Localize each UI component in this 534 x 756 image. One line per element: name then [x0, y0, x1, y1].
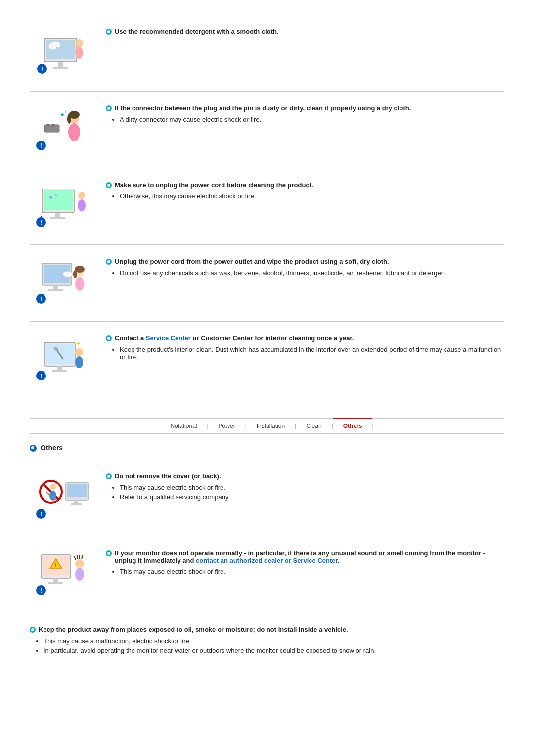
svg-point-78 — [75, 568, 84, 581]
svg-text:!: ! — [40, 219, 42, 226]
svg-text:!: ! — [41, 66, 43, 73]
clean-illustration-4: ! — [32, 258, 91, 308]
others-image-1: ! — [30, 471, 94, 525]
others-sublist-2: This may cause electric shock or fire. — [120, 568, 504, 575]
nav-others[interactable]: Others — [333, 418, 372, 433]
svg-point-4 — [75, 39, 83, 47]
svg-point-73 — [75, 559, 84, 568]
svg-point-27 — [78, 199, 86, 211]
nav-clean[interactable]: Clean — [296, 419, 331, 433]
others-subitem-1-1: This may cause electric shock or fire. — [120, 484, 504, 491]
others-heading-2: If your monitor does not operate normall… — [106, 549, 504, 564]
clean-heading-1: Use the recommended detergent with a smo… — [106, 28, 504, 35]
others-header-bullet — [30, 445, 37, 452]
bullet-icon-2 — [106, 105, 112, 111]
others-section-2: ! ! If your monitor does not operate nor… — [30, 536, 504, 613]
bullet-icon-o1 — [106, 473, 112, 479]
clean-heading-5: Contact a Service Center or Customer Cen… — [106, 334, 504, 342]
svg-point-5 — [75, 47, 83, 59]
nav-notational[interactable]: Notational — [160, 419, 207, 433]
others-image-2: ! ! — [30, 547, 94, 602]
clean-sublist-5: Keep the product's interior clean. Dust … — [120, 346, 504, 361]
others-section-header: Others — [30, 444, 504, 452]
clean-section-3: ! Make sure to unplug the power cord bef… — [30, 168, 504, 245]
clean-subitem-2-1: A dirty connector may cause electric sho… — [120, 116, 504, 123]
svg-text:!: ! — [40, 511, 42, 518]
svg-rect-1 — [46, 40, 75, 59]
svg-rect-17 — [44, 125, 59, 132]
bullet-icon-4 — [106, 259, 112, 265]
navigation-bar: Notational | Power | Installation | Clea… — [30, 418, 504, 434]
svg-rect-18 — [47, 124, 49, 126]
svg-point-41 — [63, 271, 73, 277]
clean-illustration-5: ✦ ✦ ! — [32, 335, 91, 384]
clean-subitem-3-1: Otherwise, this may cause electric shock… — [120, 192, 504, 200]
others-content-3: Keep the product away from places expose… — [30, 624, 504, 654]
svg-point-40 — [75, 277, 84, 291]
clean-image-2: ✦ + + ! — [30, 102, 94, 157]
svg-point-13 — [68, 123, 80, 141]
svg-point-12 — [67, 114, 71, 124]
clean-heading-2: If the connector between the plug and th… — [106, 104, 504, 112]
clean-content-3: Make sure to unplug the power cord befor… — [106, 179, 504, 202]
clean-content-2: If the connector between the plug and th… — [106, 102, 504, 125]
clean-subitem-4-1: Do not use any chemicals such as wax, be… — [120, 269, 504, 277]
clean-section-1: ! Use the recommended detergent with a s… — [30, 15, 504, 92]
svg-point-58 — [50, 484, 56, 490]
svg-text:+: + — [62, 119, 64, 123]
svg-text:!: ! — [40, 142, 42, 149]
svg-rect-47 — [52, 370, 67, 372]
others-sublist-3: This may cause a malfunction, electric s… — [44, 637, 504, 654]
others-heading-3: Keep the product away from places expose… — [30, 626, 504, 633]
svg-rect-64 — [71, 503, 82, 505]
svg-rect-35 — [53, 285, 58, 289]
bullet-icon-5 — [106, 335, 112, 341]
others-section-3: Keep the product away from places expose… — [30, 613, 504, 667]
clean-sublist-4: Do not use any chemicals such as wax, be… — [120, 269, 504, 277]
svg-point-52 — [75, 348, 83, 356]
clean-heading-4: Unplug the power cord from the power out… — [106, 258, 504, 265]
clean-sublist-2: A dirty connector may cause electric sho… — [120, 116, 504, 123]
svg-rect-72 — [48, 582, 63, 584]
others-content-2: If your monitor does not operate normall… — [106, 547, 504, 577]
svg-point-53 — [75, 356, 83, 368]
nav-power[interactable]: Power — [209, 419, 245, 433]
bullet-icon-o2 — [106, 550, 112, 556]
clean-content-5: Contact a Service Center or Customer Cen… — [106, 332, 504, 363]
bullet-icon-o3 — [30, 627, 36, 633]
svg-point-26 — [78, 192, 85, 199]
svg-text:!: ! — [40, 373, 42, 379]
others-section-1: ! Do not remove the cover (or back). Thi… — [30, 460, 504, 536]
svg-rect-71 — [53, 578, 58, 582]
svg-rect-36 — [48, 289, 63, 291]
svg-rect-24 — [55, 213, 60, 217]
svg-rect-23 — [44, 190, 73, 210]
clean-illustration-2: ✦ + + ! — [32, 105, 91, 154]
svg-rect-3 — [53, 67, 68, 69]
clean-section-4: ! Unplug the power cord from the power o… — [30, 245, 504, 322]
svg-rect-63 — [74, 500, 78, 503]
clean-image-3: ! — [30, 179, 94, 234]
others-illustration-2: ! ! — [32, 550, 91, 599]
others-content-1: Do not remove the cover (or back). This … — [106, 471, 504, 503]
clean-section-5: ✦ ✦ ! Contact a Service Center or Custom… — [30, 322, 504, 398]
clean-heading-3: Make sure to unplug the power cord befor… — [106, 181, 504, 189]
svg-point-29 — [49, 196, 52, 199]
authorized-dealer-link[interactable]: contact an authorized dealer or Service … — [196, 557, 338, 564]
others-subitem-3-2: In particular, avoid operating the monit… — [44, 647, 504, 654]
svg-point-30 — [55, 194, 57, 196]
clean-subitem-5-1: Keep the product's interior clean. Dust … — [120, 346, 504, 361]
nav-installation[interactable]: Installation — [247, 419, 295, 433]
clean-illustration-3: ! — [32, 182, 91, 231]
svg-line-77 — [82, 555, 83, 559]
clean-content-1: Use the recommended detergent with a smo… — [106, 26, 504, 39]
clean-content-4: Unplug the power cord from the power out… — [106, 256, 504, 279]
clean-illustration-1: ! — [32, 28, 91, 78]
bullet-icon-1 — [106, 29, 112, 35]
others-heading-1: Do not remove the cover (or back). — [106, 472, 504, 480]
svg-rect-62 — [67, 484, 87, 497]
service-center-link-1[interactable]: Service Center — [146, 334, 191, 342]
svg-text:!: ! — [55, 562, 57, 568]
svg-text:!: ! — [40, 587, 42, 594]
others-subitem-1-2: Refer to a qualified servicing company. — [120, 493, 504, 501]
